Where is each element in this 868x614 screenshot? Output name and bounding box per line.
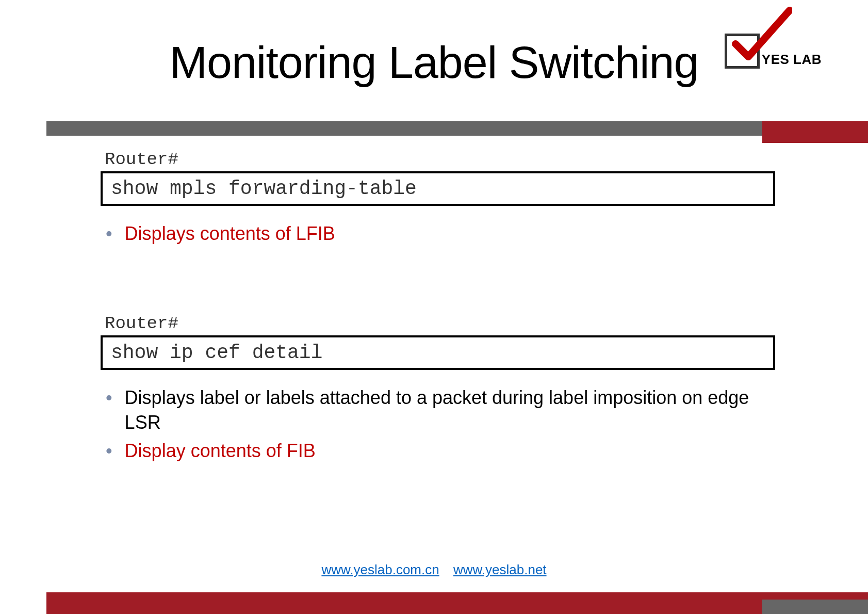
slide-content: Router# show mpls forwarding-table • Dis…	[101, 150, 775, 520]
list-item: • Displays contents of LFIB	[106, 221, 775, 247]
cli-prompt-2: Router#	[105, 314, 775, 333]
decor-red-bar-top	[762, 121, 868, 143]
bullet-text: Displays label or labels attached to a p…	[125, 385, 775, 435]
cli-prompt-1: Router#	[105, 150, 775, 169]
decor-gray-bar	[46, 121, 868, 136]
bullet-list-2: • Displays label or labels attached to a…	[106, 385, 775, 464]
cli-command-box-2: show ip cef detail	[101, 335, 775, 370]
bullet-icon: •	[106, 439, 112, 464]
bullet-icon: •	[106, 221, 112, 247]
section-1: Router# show mpls forwarding-table • Dis…	[101, 150, 775, 247]
list-item: • Display contents of FIB	[106, 439, 775, 464]
footer-links: www.yeslab.com.cn www.yeslab.net	[0, 562, 868, 578]
footer-link-1[interactable]: www.yeslab.com.cn	[321, 562, 439, 577]
brand-logo: YES LAB	[725, 34, 822, 69]
cli-command-box-1: show mpls forwarding-table	[101, 171, 775, 206]
bullet-icon: •	[106, 385, 112, 411]
decor-footer-red-bar	[46, 592, 868, 614]
section-2: Router# show ip cef detail • Displays la…	[101, 314, 775, 464]
decor-footer-gray-corner	[762, 600, 868, 614]
logo-box-icon	[725, 34, 760, 69]
list-item: • Displays label or labels attached to a…	[106, 385, 775, 435]
bullet-text: Display contents of FIB	[125, 439, 775, 464]
footer-link-2[interactable]: www.yeslab.net	[453, 562, 547, 577]
bullet-list-1: • Displays contents of LFIB	[106, 221, 775, 247]
bullet-text: Displays contents of LFIB	[125, 221, 775, 247]
checkmark-icon	[730, 5, 792, 67]
